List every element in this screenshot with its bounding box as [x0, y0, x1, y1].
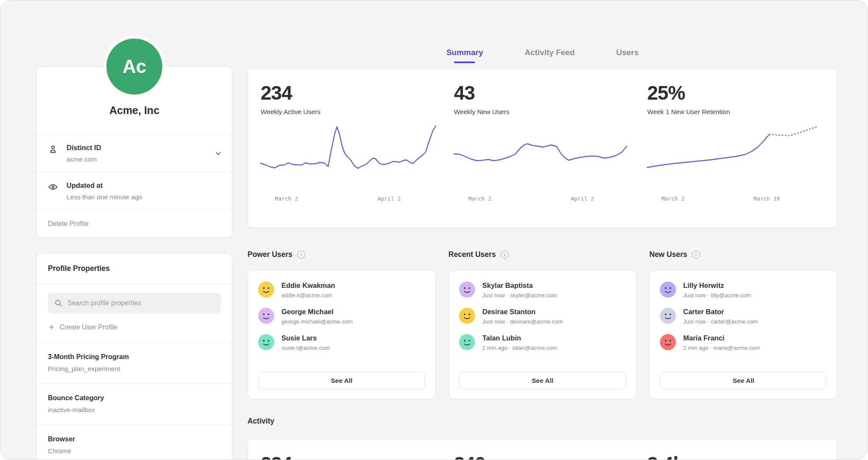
user-row[interactable]: Lilly HerwitzJust now · lilly@acme.com: [660, 282, 827, 298]
user-subtitle: eddie.k@acme.com: [281, 292, 335, 298]
user-row[interactable]: Eddie Kwakmaneddie.k@acme.com: [258, 282, 425, 298]
user-row[interactable]: Talan Lubin2 min ago · talan@acme.com: [459, 334, 626, 351]
stat-value: 43: [454, 81, 631, 104]
user-subtitle: george.michael@acme.com: [281, 318, 353, 325]
user-avatar: [258, 308, 274, 324]
user-subtitle: 2 min ago · talan@acme.com: [482, 345, 557, 351]
sparkline-chart: [261, 123, 438, 190]
user-text: Carter BatorJust now · carter@acme.com: [683, 308, 758, 325]
user-avatar: [660, 334, 676, 350]
field-value: acme.com: [67, 156, 101, 163]
user-name: Skylar Baptista: [482, 282, 557, 290]
user-name: Susie Lars: [281, 334, 330, 342]
property-value: Pricing_plan_experiment: [48, 365, 221, 373]
user-section-power-users: Power UsersiEddie Kwakmaneddie.k@acme.co…: [248, 248, 436, 399]
user-avatar: [660, 282, 676, 298]
user-text: Skylar BaptistaJust now · skyler@acme.co…: [482, 282, 557, 298]
property-row-browser[interactable]: BrowserChrome: [37, 425, 232, 460]
user-name: Maria Franci: [683, 334, 760, 342]
profile-properties-title: Profile Properties: [37, 254, 232, 284]
user-row[interactable]: George Michaelgeorge.michael@acme.com: [258, 308, 425, 325]
tab-users[interactable]: Users: [616, 48, 639, 63]
user-text: Maria Franci2 min ago · maria@acme.com: [683, 334, 760, 351]
user-avatar: [258, 282, 274, 298]
stat-label: Week 1 New User Retention: [647, 108, 824, 116]
user-card: Eddie Kwakmaneddie.k@acme.comGeorge Mich…: [248, 270, 436, 399]
stat-value: 25%: [647, 81, 824, 104]
user-row[interactable]: Carter BatorJust now · carter@acme.com: [660, 308, 827, 325]
user-subtitle: Just now · skyler@acme.com: [482, 292, 557, 298]
x-tick: March 2: [468, 195, 491, 202]
stat-label: Weekly Active Users: [261, 108, 438, 116]
field-value: Less than one minute ago: [67, 193, 142, 201]
section-header: New Usersi: [649, 248, 837, 260]
user-avatar: [459, 334, 475, 350]
user-avatar: [258, 334, 274, 350]
delete-profile-button[interactable]: Delete Profile: [37, 210, 232, 237]
user-card: Skylar BaptistaJust now · skyler@acme.co…: [448, 270, 637, 399]
user-row[interactable]: Susie Larssusie.l@acme.com: [258, 334, 425, 351]
updated-at-text: Updated at Less than one minute ago: [67, 181, 142, 201]
user-row[interactable]: Maria Franci2 min ago · maria@acme.com: [660, 334, 827, 351]
x-axis-ticks: March 2March 10: [647, 195, 824, 207]
property-name: 3-Month Pricing Program: [48, 353, 221, 361]
info-icon[interactable]: i: [501, 251, 509, 259]
divider: [37, 284, 232, 284]
property-value: inactive-mailbox: [48, 406, 221, 414]
user-subtitle: Just now · lilly@acme.com: [683, 292, 751, 298]
activity-title: Activity: [248, 417, 274, 426]
x-tick: April 2: [378, 195, 401, 202]
info-icon[interactable]: i: [692, 251, 700, 259]
stat-value: 234: [261, 452, 438, 460]
user-text: George Michaelgeorge.michael@acme.com: [281, 308, 353, 325]
user-subtitle: 2 min ago · maria@acme.com: [683, 345, 760, 351]
property-row-bounce-category[interactable]: Bounce Categoryinactive-mailbox: [37, 384, 232, 424]
field-label: Updated at: [67, 181, 142, 190]
create-user-profile-label: Create User Profile: [60, 323, 117, 331]
sparkline-chart: [454, 123, 631, 190]
stat-value: 240: [454, 452, 631, 460]
see-all-button[interactable]: See All: [258, 372, 425, 390]
profile-properties-list: 3-Month Pricing ProgramPricing_plan_expe…: [37, 343, 232, 460]
updated-at-row: Updated at Less than one minute ago: [37, 173, 232, 210]
see-all-button[interactable]: See All: [459, 372, 626, 390]
user-text: Talan Lubin2 min ago · talan@acme.com: [482, 334, 557, 351]
create-user-profile-button[interactable]: + Create User Profile: [37, 313, 232, 342]
x-tick: April 2: [571, 195, 594, 202]
distinct-id-row[interactable]: Distinct ID acme.com: [37, 135, 232, 172]
chevron-down-icon[interactable]: [215, 150, 222, 159]
search-icon: [54, 299, 63, 309]
profile-sidebar: Ac Acme, Inc Distinct ID acme.com: [36, 39, 232, 460]
app-window: Ac Acme, Inc Distinct ID acme.com: [0, 0, 868, 460]
user-section-recent-users: Recent UsersiSkylar BaptistaJust now · s…: [448, 248, 637, 399]
user-row[interactable]: Desirae StantonJust now · desirare@acme.…: [459, 308, 626, 325]
user-name: Eddie Kwakman: [281, 282, 335, 290]
property-row-3-month-pricing-program[interactable]: 3-Month Pricing ProgramPricing_plan_expe…: [37, 343, 232, 383]
company-avatar: Ac: [106, 39, 162, 95]
search-wrap: [48, 293, 221, 313]
activity-stats-card: 2342403.4k: [248, 439, 837, 460]
tab-activity-feed[interactable]: Activity Feed: [525, 48, 575, 63]
section-header: Recent Usersi: [448, 248, 637, 260]
x-axis-ticks: March 2April 2: [454, 195, 631, 207]
section-title: Power Users: [248, 250, 292, 259]
x-tick: March 10: [754, 195, 780, 202]
activity-stat: 234: [261, 452, 438, 460]
profile-properties-card: Profile Properties + Create User Profile…: [36, 253, 232, 460]
eye-icon: [48, 181, 67, 194]
search-profile-properties-input[interactable]: [48, 293, 221, 313]
tab-summary[interactable]: Summary: [446, 48, 483, 63]
see-all-button[interactable]: See All: [660, 372, 827, 390]
user-avatar: [660, 308, 676, 324]
x-tick: March 2: [661, 195, 684, 202]
distinct-id-text: Distinct ID acme.com: [67, 144, 101, 163]
user-section-new-users: New UsersiLilly HerwitzJust now · lilly@…: [649, 248, 837, 399]
user-text: Susie Larssusie.l@acme.com: [281, 334, 330, 351]
section-title: Recent Users: [448, 250, 496, 259]
user-text: Lilly HerwitzJust now · lilly@acme.com: [683, 282, 751, 298]
user-avatar: [459, 282, 475, 298]
x-axis-ticks: March 2April 2: [261, 195, 438, 207]
info-icon[interactable]: i: [297, 251, 305, 259]
user-subtitle: Just now · desirare@acme.com: [482, 318, 563, 325]
user-row[interactable]: Skylar BaptistaJust now · skyler@acme.co…: [459, 282, 626, 298]
